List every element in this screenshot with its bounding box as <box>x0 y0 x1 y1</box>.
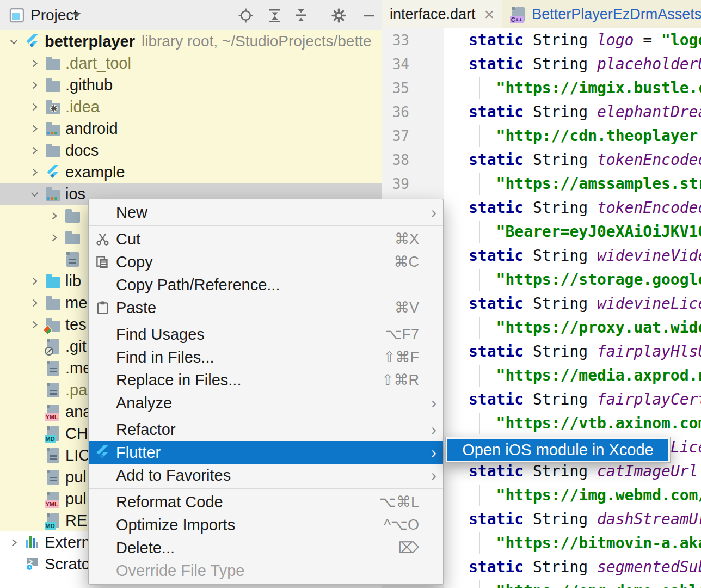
tree-item-label: pul <box>65 468 87 486</box>
folder-icon <box>44 144 62 157</box>
editor-tab-interface.dart[interactable]: interface.dart× <box>382 0 502 28</box>
project-view-title[interactable]: Project <box>30 7 78 24</box>
submenu-arrow-icon: › <box>423 421 436 438</box>
hide-panel-icon[interactable] <box>361 7 377 23</box>
ide-window: Project betterplayerlibrary root, ~/Stud… <box>0 0 701 588</box>
code-line: "http://cdn.theoplayer.c <box>444 124 701 148</box>
tab-label: BetterPlayerEzDrmAssetsLoaderD <box>532 6 701 23</box>
code-line: static String tokenEncodedHl <box>444 148 701 172</box>
code-line: "https://storage.googlea <box>444 268 701 292</box>
tree-item-betterplayer[interactable]: betterplayerlibrary root, ~/StudioProjec… <box>0 30 382 52</box>
code-line: static String dashStreamUrl <box>444 507 701 531</box>
menu-item-find-in-files[interactable]: Find in Files...⇧⌘F <box>89 346 443 369</box>
tree-item-.idea[interactable]: .idea <box>0 96 382 118</box>
code-line: static String segmentedSubti <box>444 555 701 579</box>
menu-item-reformat-code[interactable]: Reformat Code⌥⌘L <box>89 491 443 513</box>
chevron-right-icon[interactable] <box>25 276 44 286</box>
submenu-arrow-icon: › <box>423 467 436 483</box>
project-tool-window-icon[interactable] <box>9 7 25 23</box>
code-line: static String tokenEncodedHl <box>444 196 701 220</box>
menu-shortcut: ⌘V <box>395 299 419 316</box>
menu-item-flutter[interactable]: Flutter› <box>89 441 443 464</box>
menu-shortcut: ^⌥O <box>384 516 419 534</box>
menu-shortcut: ⇧⌘F <box>383 348 419 366</box>
flutter-icon <box>89 445 116 460</box>
line-number[interactable]: 39 <box>382 176 409 192</box>
line-number[interactable]: 36 <box>382 104 409 120</box>
context-menu: New›Cut⌘XCopy⌘CCopy Path/Reference...Pas… <box>88 199 444 585</box>
chevron-right-icon[interactable] <box>25 80 44 90</box>
chevron-right-icon[interactable] <box>25 124 44 134</box>
tree-item-label: android <box>65 120 118 138</box>
menu-item-cut[interactable]: Cut⌘X <box>89 228 443 250</box>
code-line: "https://amssamples.stre <box>444 172 701 196</box>
gear-icon[interactable] <box>330 7 347 23</box>
line-number[interactable]: 38 <box>382 152 409 168</box>
menu-item-copy[interactable]: Copy⌘C <box>89 250 443 273</box>
menu-item-refactor[interactable]: Refactor› <box>89 418 443 441</box>
menu-item-paste[interactable]: Paste⌘V <box>89 296 443 319</box>
project-view-dropdown-icon[interactable] <box>72 12 82 19</box>
folder-lib-icon <box>44 274 62 288</box>
select-opened-file-icon[interactable] <box>237 7 254 23</box>
code-line: "https://vtb.axinom.com/ <box>444 412 701 436</box>
tree-item-label: Extern <box>45 534 90 552</box>
code-editor[interactable]: static String logo = "logo.pstatic Strin… <box>444 28 701 588</box>
menu-item-copy-path-reference[interactable]: Copy Path/Reference... <box>89 273 443 296</box>
file-text-icon <box>44 448 62 463</box>
menu-item-optimize-imports[interactable]: Optimize Imports^⌥O <box>89 513 443 536</box>
tree-item-suffix: library root, ~/StudioProjects/bette <box>142 33 372 50</box>
chevron-down-icon[interactable] <box>25 189 44 199</box>
menu-item-new[interactable]: New› <box>89 201 443 224</box>
chevron-right-icon[interactable] <box>4 537 23 548</box>
chevron-right-icon[interactable] <box>25 58 44 69</box>
line-number[interactable]: 37 <box>382 128 409 144</box>
tree-item-label: .github <box>65 76 113 94</box>
tree-item-.github[interactable]: .github <box>0 74 382 96</box>
close-icon[interactable]: × <box>484 7 495 22</box>
chevron-right-icon[interactable] <box>25 320 44 330</box>
menu-item-label: Paste <box>116 299 156 317</box>
chevron-right-icon[interactable] <box>25 102 44 112</box>
tree-item-docs[interactable]: docs <box>0 139 382 161</box>
file-text-icon <box>44 361 62 376</box>
tree-item-label: RE <box>65 512 87 530</box>
code-line: static String fairplayCertif <box>444 388 701 412</box>
tree-item-label: docs <box>65 142 99 160</box>
collapse-all-icon[interactable] <box>293 7 309 23</box>
menu-item-replace-in-files[interactable]: Replace in Files...⇧⌘R <box>89 369 443 391</box>
menu-item-analyze[interactable]: Analyze› <box>89 391 443 414</box>
menu-item-find-usages[interactable]: Find Usages⌥F7 <box>89 323 443 346</box>
code-line: "https://bitmovin-a.akam <box>444 531 701 555</box>
folder-test-icon <box>44 318 62 332</box>
chevron-right-icon[interactable] <box>25 167 44 177</box>
file-md-icon: MD <box>44 513 62 528</box>
chevron-right-icon[interactable] <box>45 211 63 221</box>
expand-all-icon[interactable] <box>267 7 283 23</box>
tree-item-.dart_tool[interactable]: .dart_tool <box>0 52 382 74</box>
code-line: static String elephantDreamS <box>444 100 701 124</box>
editor-tab-BetterPlayerEzDrmAssetsLoaderD[interactable]: C++BetterPlayerEzDrmAssetsLoaderD <box>502 0 701 28</box>
menu-item-delete[interactable]: Delete...⌦ <box>89 536 443 559</box>
chevron-right-icon[interactable] <box>25 145 44 156</box>
folder-icon <box>63 209 82 223</box>
line-number[interactable]: 33 <box>382 32 409 48</box>
tree-item-android[interactable]: android <box>0 118 382 139</box>
menu-item-label: New <box>116 204 147 222</box>
folder-icon <box>44 57 62 70</box>
tree-item-example[interactable]: example <box>0 161 382 183</box>
open-ios-module-in-xcode-item[interactable]: Open iOS module in Xcode <box>447 439 668 461</box>
line-number[interactable]: 35 <box>382 80 409 96</box>
tab-label: interface.dart <box>390 6 476 23</box>
line-number[interactable]: 34 <box>382 56 409 72</box>
menu-shortcut: ⌘C <box>394 253 420 271</box>
chevron-down-icon[interactable] <box>4 36 23 47</box>
toolbar-separator <box>321 7 321 23</box>
code-line: static String widevineLicens <box>444 292 701 316</box>
chevron-right-icon[interactable] <box>45 232 63 243</box>
chevron-right-icon[interactable] <box>25 298 44 308</box>
flutter-icon <box>44 165 62 179</box>
menu-item-label: Delete... <box>116 539 175 557</box>
menu-item-add-to-favorites[interactable]: Add to Favorites› <box>89 464 443 487</box>
tree-item-label: pul <box>65 490 87 508</box>
